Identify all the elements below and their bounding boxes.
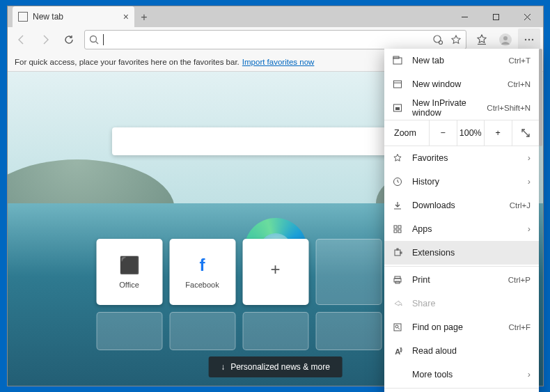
menu-zoom: Zoom − 100% +	[384, 120, 539, 146]
apps-icon	[393, 224, 404, 234]
menu-separator	[384, 266, 539, 267]
tile-add[interactable]: +	[242, 239, 308, 305]
menu-shortcut: Ctrl+T	[508, 56, 531, 65]
tile-placeholder	[96, 312, 162, 350]
inprivate-icon	[393, 103, 404, 113]
menu-shortcut: Ctrl+P	[508, 276, 531, 284]
import-favorites-link[interactable]: Import favorites now	[242, 58, 315, 66]
share-icon	[393, 299, 404, 308]
tile-facebook[interactable]: f Facebook	[169, 239, 235, 305]
settings-menu-button[interactable]	[518, 29, 540, 51]
tile-office[interactable]: ⬛ Office	[96, 239, 162, 305]
zoom-out-button[interactable]: −	[429, 120, 457, 146]
svg-point-12	[528, 39, 530, 40]
svg-point-11	[525, 39, 526, 40]
menu-read-aloud[interactable]: A)) Read aloud	[384, 339, 539, 363]
svg-point-35	[395, 325, 398, 328]
read-aloud-icon: A))	[393, 347, 404, 356]
svg-point-13	[532, 39, 533, 40]
menu-label: New window	[412, 79, 499, 89]
svg-rect-28	[395, 250, 400, 256]
print-icon	[393, 275, 404, 285]
tab-close-icon[interactable]: ×	[123, 11, 129, 22]
svg-point-10	[503, 36, 508, 40]
menu-new-window[interactable]: New window Ctrl+N	[384, 72, 539, 96]
svg-rect-27	[398, 230, 401, 233]
favorites-button[interactable]	[471, 29, 493, 51]
tile-placeholder	[315, 239, 382, 305]
menu-find[interactable]: Find on page Ctrl+F	[384, 315, 539, 339]
menu-label: Find on page	[412, 322, 500, 332]
tracking-prevention-icon[interactable]	[432, 34, 443, 45]
chevron-right-icon: ›	[528, 370, 531, 379]
download-icon: ↓	[221, 362, 225, 372]
minimize-button[interactable]	[449, 6, 480, 27]
forward-button[interactable]	[34, 29, 56, 51]
menu-shortcut: Ctrl+F	[508, 323, 531, 331]
zoom-in-button[interactable]: +	[484, 120, 512, 146]
close-window-button[interactable]	[512, 6, 543, 27]
add-favorite-icon[interactable]	[450, 34, 462, 45]
maximize-button[interactable]	[480, 6, 512, 27]
tab-active[interactable]: New tab ×	[13, 6, 134, 27]
menu-shortcut: Ctrl+N	[508, 80, 531, 88]
menu-downloads[interactable]: Downloads Ctrl+J	[384, 194, 539, 217]
menu-history[interactable]: History ›	[384, 170, 539, 194]
menu-more-tools[interactable]: More tools ›	[384, 363, 539, 386]
menu-print[interactable]: Print Ctrl+P	[384, 268, 539, 292]
menu-label: Print	[412, 275, 500, 285]
chevron-right-icon: ›	[528, 177, 531, 187]
svg-rect-30	[400, 252, 402, 253]
svg-rect-18	[394, 81, 402, 88]
menu-label: New InPrivate window	[412, 98, 478, 118]
news-label: Personalized news & more	[230, 362, 330, 372]
find-icon	[393, 322, 404, 332]
menu-apps[interactable]: Apps ›	[384, 217, 539, 241]
menu-label: Read aloud	[412, 346, 531, 356]
history-icon	[393, 177, 404, 187]
new-tab-button[interactable]: +	[134, 8, 154, 27]
menu-label: Extensions	[412, 248, 531, 258]
svg-rect-25	[398, 226, 401, 228]
personalized-news-button[interactable]: ↓ Personalized news & more	[208, 356, 343, 377]
titlebar: New tab × +	[8, 6, 543, 27]
svg-rect-34	[394, 324, 401, 331]
favorites-bar-text: For quick access, place your favorites h…	[15, 58, 239, 66]
menu-label: History	[412, 177, 519, 187]
menu-extensions[interactable]: Extensions	[384, 241, 539, 265]
menu-new-tab[interactable]: New tab Ctrl+T	[384, 49, 539, 72]
chevron-right-icon: ›	[528, 224, 531, 234]
plus-icon: +	[270, 260, 280, 279]
tile-placeholder	[169, 312, 235, 350]
svg-rect-21	[395, 107, 400, 110]
zoom-label: Zoom	[384, 128, 429, 138]
menu-inprivate[interactable]: New InPrivate window Ctrl+Shift+N	[384, 96, 539, 120]
text-cursor	[103, 34, 104, 45]
search-icon	[89, 35, 99, 45]
star-icon	[393, 153, 404, 163]
menu-label: Share	[412, 299, 531, 308]
menu-separator	[384, 388, 539, 389]
tile-label: Facebook	[185, 281, 219, 289]
svg-line-5	[96, 42, 99, 45]
svg-rect-24	[394, 226, 397, 228]
svg-line-22	[522, 130, 529, 136]
menu-label: Downloads	[412, 201, 501, 210]
menu-shortcut: Ctrl+Shift+N	[487, 104, 531, 112]
fullscreen-button[interactable]	[512, 120, 540, 146]
menu-scrollbar[interactable]	[539, 49, 542, 146]
tab-favicon	[18, 12, 28, 22]
new-window-icon	[393, 79, 404, 89]
menu-share: Share	[384, 292, 539, 315]
back-button[interactable]	[10, 29, 33, 51]
facebook-icon: f	[200, 256, 205, 275]
tile-placeholder	[242, 312, 308, 350]
address-bar[interactable]	[84, 30, 466, 49]
profile-button[interactable]	[494, 29, 517, 51]
refresh-button[interactable]	[58, 29, 80, 51]
menu-favorites[interactable]: Favorites ›	[384, 146, 539, 170]
zoom-value: 100%	[457, 120, 485, 146]
svg-rect-1	[494, 14, 499, 19]
tile-label: Office	[119, 281, 139, 289]
svg-point-7	[439, 41, 443, 45]
